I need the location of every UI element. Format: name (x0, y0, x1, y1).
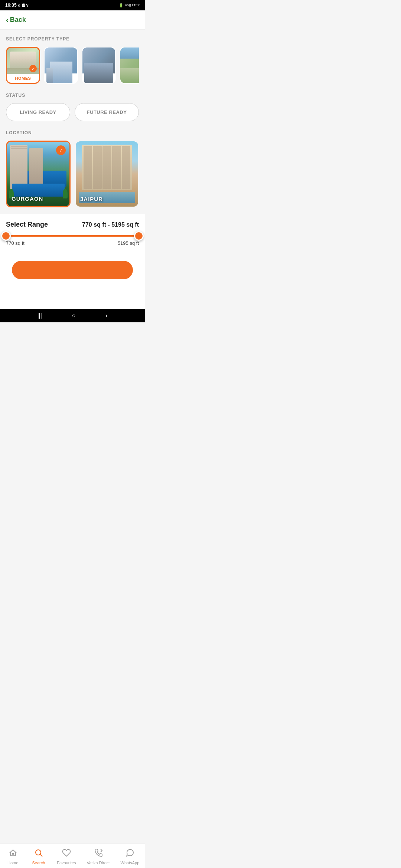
android-home-btn[interactable]: ○ (72, 312, 76, 319)
range-header: Select Range 770 sq ft - 5195 sq ft (6, 221, 139, 228)
living-ready-button[interactable]: LIVING READY (6, 103, 70, 121)
property-type-plots[interactable]: PLOTS (120, 47, 139, 84)
location-jaipur[interactable]: JAIPUR (75, 141, 139, 207)
back-chevron-icon: ‹ (6, 16, 9, 24)
retail-image (82, 47, 115, 73)
homes-label: HOMES (7, 74, 39, 83)
location-section: LOCATION GURGAON (6, 130, 139, 207)
range-title: Select Range (6, 221, 48, 228)
property-type-retail[interactable]: RETAIL (82, 47, 116, 84)
status-label: STATUS (6, 93, 139, 98)
location-cards: GURGAON ✓ (6, 141, 139, 207)
plots-image (120, 47, 139, 73)
location-gurgaon[interactable]: GURGAON ✓ (6, 141, 71, 207)
range-section: Select Range 770 sq ft - 5195 sq ft 770 … (0, 214, 145, 255)
status-bar: 16:35 d 🖼 V 🔋 Vo)) LTE2 (0, 0, 145, 10)
property-types-list: HOMES ✓ OFFICES RETAIL PLOTS (6, 47, 139, 84)
back-label: Back (10, 16, 26, 24)
range-slider[interactable] (6, 235, 139, 237)
gurgaon-label: GURGAON (12, 195, 43, 202)
property-type-offices[interactable]: OFFICES (44, 47, 78, 84)
range-max-label: 5195 sq ft (118, 240, 139, 246)
android-nav-bar: ||| ○ ‹ (0, 309, 145, 322)
range-value: 770 sq ft - 5195 sq ft (82, 221, 139, 228)
status-section: STATUS LIVING READY FUTURE READY (6, 93, 139, 121)
back-header: ‹ Back (0, 10, 145, 30)
jaipur-label: JAIPUR (80, 196, 103, 202)
range-thumb-max[interactable] (134, 231, 144, 241)
status-icons: 🔋 Vo)) LTE2 (119, 3, 140, 7)
gurgaon-check: ✓ (56, 145, 66, 155)
status-buttons: LIVING READY FUTURE READY (6, 103, 139, 121)
back-button[interactable]: ‹ Back (6, 16, 26, 24)
status-time: 16:35 d 🖼 V (5, 3, 29, 8)
android-recent-btn[interactable]: ||| (37, 312, 42, 319)
homes-selected-check: ✓ (29, 65, 37, 72)
property-type-homes[interactable]: HOMES ✓ (6, 47, 40, 84)
range-thumb-min[interactable] (1, 231, 11, 241)
android-back-btn[interactable]: ‹ (105, 312, 107, 319)
offices-image (45, 47, 77, 73)
search-orange-bar[interactable] (12, 261, 133, 279)
main-content: SELECT PROPERTY TYPE HOMES ✓ OFFICES (0, 30, 145, 207)
future-ready-button[interactable]: FUTURE READY (75, 103, 139, 121)
property-type-label: SELECT PROPERTY TYPE (6, 36, 139, 42)
range-labels: 770 sq ft 5195 sq ft (6, 240, 139, 246)
location-label: LOCATION (6, 130, 139, 135)
range-track (6, 235, 139, 237)
range-min-label: 770 sq ft (6, 240, 25, 246)
